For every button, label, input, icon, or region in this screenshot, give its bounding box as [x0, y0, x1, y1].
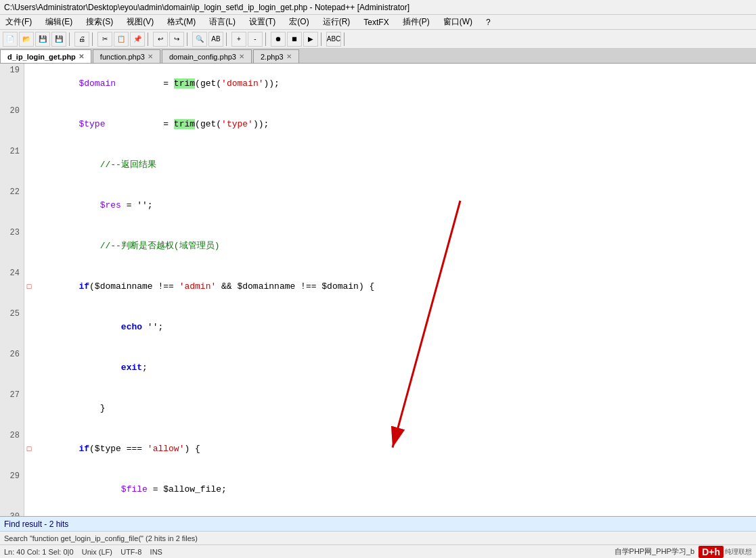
line-num-25: 25 — [0, 307, 24, 348]
line-code-27: } — [34, 388, 756, 429]
code-line-28: 28 □ if($type === 'allow') { — [0, 429, 756, 469]
toolbar-print[interactable]: 🖨 — [74, 32, 89, 47]
toolbar-macro-rec[interactable]: ⏺ — [271, 32, 286, 47]
menu-edit[interactable]: 编辑(E) — [43, 16, 75, 28]
code-token: = — [116, 78, 174, 89]
tab-function-php3[interactable]: function.php3 ✕ — [93, 49, 160, 63]
line-marker-24: □ — [24, 266, 34, 307]
menu-window[interactable]: 窗口(W) — [441, 16, 475, 28]
code-line-25: 25 echo ''; — [0, 307, 756, 348]
tab-d-ip-login-get[interactable]: d_ip_login_get.php ✕ — [0, 49, 91, 63]
code-token: } — [79, 403, 105, 413]
code-token — [79, 200, 99, 210]
line-code-25: echo ''; — [34, 307, 756, 348]
toolbar-open[interactable]: 📂 — [19, 32, 34, 47]
toolbar-find[interactable]: 🔍 — [192, 32, 207, 47]
toolbar-paste[interactable]: 📌 — [130, 32, 145, 47]
code-token — [79, 363, 120, 373]
line-num-30: 30 — [0, 510, 24, 516]
toolbar-new[interactable]: 📄 — [3, 32, 18, 47]
line-num-29: 29 — [0, 469, 24, 510]
toolbar-spell[interactable]: ABC — [326, 32, 341, 47]
toolbar-saveall[interactable]: 💾 — [51, 32, 66, 47]
toolbar-cut[interactable]: ✂ — [97, 32, 112, 47]
line-marker-27 — [24, 388, 34, 429]
toolbar-copy[interactable]: 📋 — [114, 32, 129, 47]
code-token — [79, 322, 120, 332]
menu-macro[interactable]: 宏(O) — [286, 16, 311, 28]
code-line-19: 19 $domain = trim(get('domain')); — [0, 64, 756, 104]
toolbar-sep-1 — [69, 32, 72, 46]
toolbar-zoom-out[interactable]: - — [248, 32, 263, 47]
tab-close-1[interactable]: ✕ — [79, 53, 84, 60]
find-result-text: Find result - 2 hits — [4, 519, 68, 529]
menu-search[interactable]: 搜索(S) — [83, 16, 116, 28]
line-code-19: $domain = trim(get('domain')); — [34, 64, 756, 104]
line-num-24: 24 — [0, 266, 24, 307]
toolbar-sep-5 — [226, 32, 229, 46]
line-num-27: 27 — [0, 388, 24, 429]
line-marker-30 — [24, 510, 34, 516]
toolbar-macro-stop[interactable]: ⏹ — [287, 32, 302, 47]
code-token: exit — [121, 363, 142, 373]
menu-settings[interactable]: 设置(T) — [246, 16, 278, 28]
menu-language[interactable]: 语言(L) — [206, 16, 238, 28]
code-content[interactable]: 19 $domain = trim(get('domain')); 20 $ty… — [0, 64, 756, 516]
code-token: trim — [174, 78, 195, 89]
search-bar: Search "function get_login_ip_config_fil… — [0, 531, 756, 544]
code-token: )); — [253, 119, 269, 129]
tab-close-4[interactable]: ✕ — [286, 53, 292, 60]
menu-plugins[interactable]: 插件(P) — [400, 16, 432, 28]
toolbar-sep-7 — [321, 32, 324, 46]
tab-label-3: domain_config.php3 — [169, 53, 236, 61]
toolbar-zoom-in[interactable]: + — [231, 32, 246, 47]
menu-file[interactable]: 文件(F) — [3, 16, 35, 28]
code-token: = $allow_file; — [148, 484, 227, 494]
tab-2-php3[interactable]: 2.php3 ✕ — [253, 49, 299, 63]
status-right-text: 自学PHP网_PHP学习_b — [615, 547, 695, 557]
code-token: $domain — [79, 78, 116, 89]
line-marker-19 — [24, 64, 34, 104]
code-token: = ''; — [121, 200, 153, 210]
code-token: ($type === — [89, 444, 148, 454]
toolbar-save[interactable]: 💾 — [35, 32, 50, 47]
code-token: 'allow' — [148, 444, 185, 454]
code-token — [79, 484, 120, 494]
menu-format[interactable]: 格式(M) — [164, 16, 198, 28]
title-text: C:\Users\Administrator\Desktop\eyou\admi… — [4, 3, 409, 12]
logo-dh: D+h — [698, 546, 724, 558]
line-marker-21 — [24, 145, 34, 185]
code-token: 'admin' — [179, 281, 217, 292]
line-marker-29 — [24, 469, 34, 510]
code-token: ($domainname !== — [89, 281, 179, 292]
code-token: ) { — [184, 444, 200, 454]
code-token: )); — [264, 78, 280, 89]
toolbar-redo[interactable]: ↪ — [169, 32, 184, 47]
menu-textfx[interactable]: TextFX — [361, 17, 391, 28]
line-marker-20 — [24, 104, 34, 145]
menu-run[interactable]: 运行(R) — [320, 16, 353, 28]
code-line-22: 22 $res = ''; — [0, 185, 756, 226]
tab-domain-config[interactable]: domain_config.php3 ✕ — [162, 49, 252, 63]
line-marker-25 — [24, 307, 34, 348]
code-token: //--返回结果 — [79, 160, 156, 170]
line-code-26: exit; — [34, 348, 756, 388]
toolbar-macro-play[interactable]: ▶ — [303, 32, 318, 47]
toolbar-replace[interactable]: AB — [208, 32, 223, 47]
line-code-21: //--返回结果 — [34, 145, 756, 185]
tab-label-4: 2.php3 — [261, 53, 284, 61]
line-code-24: if($domainname !== 'admin' && $domainnam… — [34, 266, 756, 307]
menu-view[interactable]: 视图(V) — [124, 16, 156, 28]
status-right: 自学PHP网_PHP学习_b D+h 纯理联想 — [615, 546, 752, 558]
line-marker-28: □ — [24, 429, 34, 469]
tab-close-3[interactable]: ✕ — [239, 53, 244, 60]
toolbar-undo[interactable]: ↩ — [153, 32, 168, 47]
line-code-20: $type = trim(get('type')); — [34, 104, 756, 145]
menu-help[interactable]: ? — [483, 17, 493, 28]
line-code-23: //--判断是否越权(域管理员) — [34, 226, 756, 266]
code-token: trim — [174, 119, 195, 129]
code-token: if — [79, 444, 89, 454]
tab-close-2[interactable]: ✕ — [148, 53, 153, 60]
line-code-28: if($type === 'allow') { — [34, 429, 756, 469]
toolbar-sep-8 — [344, 32, 347, 46]
